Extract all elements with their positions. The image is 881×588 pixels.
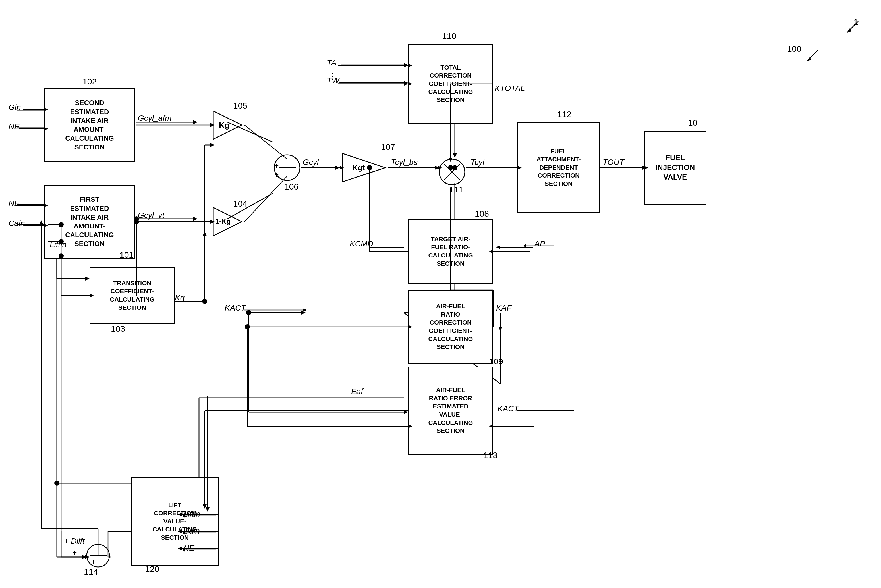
- svg-marker-132: [518, 166, 522, 170]
- svg-marker-122: [210, 123, 215, 127]
- svg-marker-128: [340, 166, 344, 170]
- svg-marker-174: [85, 555, 90, 559]
- svg-marker-160: [203, 504, 207, 509]
- svg-line-126: [245, 176, 287, 222]
- svg-marker-130: [438, 166, 442, 170]
- svg-marker-188: [178, 546, 182, 550]
- svg-point-171: [134, 219, 139, 224]
- svg-marker-142: [408, 82, 412, 86]
- svg-marker-186: [178, 530, 182, 533]
- svg-marker-140: [408, 63, 412, 68]
- svg-marker-182: [39, 220, 43, 225]
- svg-marker-124: [210, 220, 215, 224]
- svg-marker-169: [90, 294, 94, 297]
- svg-marker-184: [178, 512, 182, 516]
- svg-marker-190: [489, 424, 493, 428]
- svg-point-151: [448, 165, 453, 170]
- diagram: 1 100 SECONDESTIMATEDINTAKE AIRAMOUNT-CA…: [0, 0, 881, 588]
- svg-line-125: [245, 125, 287, 159]
- svg-marker-134: [644, 166, 648, 170]
- svg-marker-157: [408, 424, 412, 428]
- svg-marker-153: [408, 325, 412, 329]
- svg-point-145: [367, 165, 372, 170]
- svg-point-167: [59, 253, 64, 258]
- additional-lines: [0, 0, 881, 588]
- svg-marker-136: [449, 158, 453, 162]
- svg-marker-147: [489, 249, 493, 254]
